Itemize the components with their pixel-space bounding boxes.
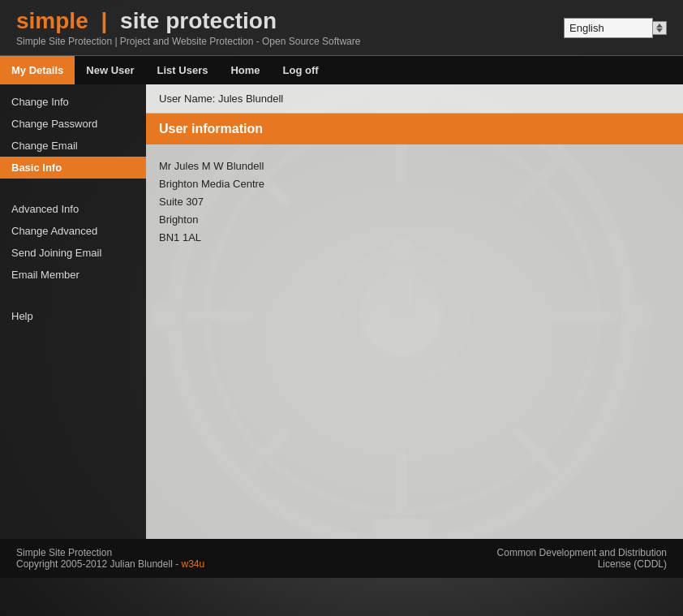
content-area: User Name: Jules Blundell User informati… xyxy=(146,84,683,539)
user-info-line-5: BN1 1AL xyxy=(159,229,670,247)
sidebar: Change Info Change Password Change Email… xyxy=(0,84,146,539)
footer-license-line2: License (CDDL) xyxy=(497,558,667,570)
app-title: simple | site protection xyxy=(16,8,360,34)
main-layout: Change Info Change Password Change Email… xyxy=(0,84,683,539)
footer-line1: Simple Site Protection xyxy=(16,547,204,558)
sidebar-group-3: Help xyxy=(0,305,146,327)
nav-item-log-off[interactable]: Log off xyxy=(272,56,330,84)
title-rest: site protection xyxy=(120,8,277,33)
nav-item-home[interactable]: Home xyxy=(219,56,271,84)
language-selector-wrapper: English French German Spanish xyxy=(564,18,667,38)
sidebar-spacer-1 xyxy=(0,187,146,198)
navbar: My Details New User List Users Home Log … xyxy=(0,56,683,84)
footer-left: Simple Site Protection Copyright 2005-20… xyxy=(16,547,204,570)
arrow-up-icon xyxy=(656,24,663,28)
footer-line2: Copyright 2005-2012 Julian Blundell - w3… xyxy=(16,558,204,570)
user-info-line-2: Suite 307 xyxy=(159,193,670,211)
user-info-line-1: Brighton Media Centre xyxy=(159,175,670,193)
sidebar-item-change-email[interactable]: Change Email xyxy=(0,135,146,157)
sidebar-item-advanced-info[interactable]: Advanced Info xyxy=(0,198,146,220)
footer-right: Common Development and Distribution Lice… xyxy=(497,547,667,570)
title-simple: simple xyxy=(16,8,88,33)
user-info-line-4: Brighton xyxy=(159,211,670,229)
sidebar-group-2: Advanced Info Change Advanced Send Joini… xyxy=(0,198,146,286)
user-info-line-0: Mr Jules M W Blundell xyxy=(159,157,670,175)
footer-license-line1: Common Development and Distribution xyxy=(497,547,667,558)
content-body: Mr Jules M W Blundell Brighton Media Cen… xyxy=(146,144,683,260)
nav-item-list-users[interactable]: List Users xyxy=(146,56,220,84)
sidebar-item-basic-info[interactable]: Basic Info xyxy=(0,157,146,179)
language-select-arrows[interactable] xyxy=(653,21,667,35)
sidebar-item-help[interactable]: Help xyxy=(0,305,146,327)
sidebar-item-change-password[interactable]: Change Password xyxy=(0,113,146,135)
sidebar-item-change-advanced[interactable]: Change Advanced xyxy=(0,220,146,242)
sidebar-item-email-member[interactable]: Email Member xyxy=(0,264,146,286)
footer-link[interactable]: w34u xyxy=(181,558,204,570)
arrow-down-icon xyxy=(656,28,663,32)
sidebar-item-send-joining-email[interactable]: Send Joining Email xyxy=(0,242,146,264)
sidebar-group-1: Change Info Change Password Change Email… xyxy=(0,91,146,179)
username-bar: User Name: Jules Blundell xyxy=(146,84,683,114)
title-pipe: | xyxy=(95,8,114,33)
footer-copyright: Copyright 2005-2012 Julian Blundell - xyxy=(16,558,181,570)
header-title-group: simple | site protection Simple Site Pro… xyxy=(16,8,360,47)
footer: Simple Site Protection Copyright 2005-20… xyxy=(0,539,683,578)
sidebar-item-change-info[interactable]: Change Info xyxy=(0,91,146,113)
header-subtitle: Simple Site Protection | Project and Web… xyxy=(16,36,360,47)
nav-item-my-details[interactable]: My Details xyxy=(0,56,75,84)
sidebar-spacer-2 xyxy=(0,294,146,305)
section-header: User information xyxy=(146,114,683,144)
language-select[interactable]: English French German Spanish xyxy=(564,18,653,38)
header: simple | site protection Simple Site Pro… xyxy=(0,0,683,56)
nav-item-new-user[interactable]: New User xyxy=(75,56,145,84)
